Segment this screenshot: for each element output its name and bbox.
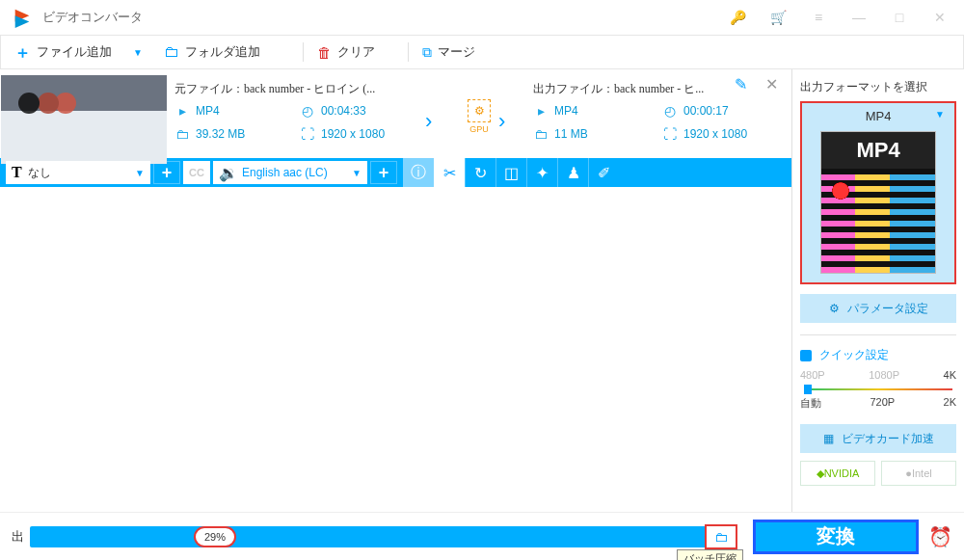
add-folder-button[interactable]: 🗀フォルダ追加 xyxy=(150,36,274,68)
param-label: パラメータ設定 xyxy=(847,301,928,317)
merge-button[interactable]: ⧉マージ xyxy=(409,36,489,68)
source-duration: 00:04:33 xyxy=(321,104,366,118)
convert-button[interactable]: 変換 xyxy=(753,520,919,554)
output-filename: back number - ヒ... xyxy=(614,82,704,95)
trash-icon: 🗑 xyxy=(317,44,332,61)
size-icon: 🗀 xyxy=(533,126,549,142)
crop-button[interactable]: ◫ xyxy=(495,158,526,187)
chevron-down-icon: ▼ xyxy=(135,168,145,178)
key-icon[interactable]: 🔑 xyxy=(721,4,754,31)
sliders-icon: ⚙ xyxy=(829,302,840,315)
batch-compress-tooltip: バッチ圧縮 xyxy=(677,549,743,561)
audio-track-value: English aac (LC) xyxy=(242,166,328,179)
res-4k[interactable]: 4K xyxy=(944,369,956,381)
convert-label: 変換 xyxy=(817,523,855,549)
rotate-button[interactable]: ↻ xyxy=(465,158,495,187)
file-row[interactable]: 元ファイル：back number - ヒロイン (... ▸MP4 ◴00:0… xyxy=(0,69,791,158)
res-2k[interactable]: 2K xyxy=(944,396,956,411)
text-icon: T xyxy=(12,164,22,181)
format-name: MP4 xyxy=(866,109,892,123)
res-auto[interactable]: 自動 xyxy=(800,396,821,411)
minimize-button[interactable]: — xyxy=(843,4,875,31)
info-button[interactable]: ⓘ xyxy=(403,158,434,187)
progress-area: 29% 🗀 バッチ圧縮 xyxy=(30,526,737,547)
item-action-bar: Tなし▼ + CC 🔉English aac (LC)▼ + ⓘ ✂ ↻ ◫ ✦… xyxy=(0,158,791,187)
gpu-indicator: GPU xyxy=(460,75,498,158)
menu-icon[interactable]: ≡ xyxy=(802,4,835,31)
format-icon: ▸ xyxy=(174,103,190,119)
maximize-button[interactable]: □ xyxy=(883,4,916,31)
progress-bar[interactable]: 29% 🗀 バッチ圧縮 xyxy=(30,526,737,547)
schedule-icon[interactable]: ⏰ xyxy=(928,525,952,548)
watermark-button[interactable]: ♟ xyxy=(557,158,588,187)
plus-icon: ＋ xyxy=(14,41,31,64)
add-file-label: ファイル追加 xyxy=(37,43,112,61)
effects-button[interactable]: ✦ xyxy=(526,158,557,187)
merge-icon: ⧉ xyxy=(422,44,432,61)
output-format: MP4 xyxy=(554,104,578,118)
subtitle-text-dropdown[interactable]: Tなし▼ xyxy=(6,161,150,184)
output-format-header: 出力フォーマットを選択 xyxy=(800,79,956,95)
quick-settings-label: クイック設定 xyxy=(800,347,956,363)
subtitle-text-value: なし xyxy=(28,165,51,181)
arrow-divider: › xyxy=(425,75,460,158)
output-resolution: 1920 x 1080 xyxy=(683,127,747,141)
res-1080p[interactable]: 1080P xyxy=(869,369,899,381)
app-title: ビデオコンバータ xyxy=(42,9,721,26)
resolution-icon: ⛶ xyxy=(300,126,315,142)
nvidia-label: NVIDIA xyxy=(824,467,860,479)
gpu-accel-button[interactable]: ▦ビデオカード加速 xyxy=(800,424,956,453)
video-thumbnail[interactable] xyxy=(1,75,167,164)
cc-label: CC xyxy=(189,167,204,178)
size-icon: 🗀 xyxy=(174,126,190,142)
output-format-panel: 出力フォーマットを選択 MP4▼ MP4 ⚙パラメータ設定 クイック設定 480… xyxy=(792,69,964,512)
add-file-dropdown[interactable]: ▼ xyxy=(125,47,150,58)
open-output-folder-button[interactable]: 🗀 xyxy=(705,524,737,549)
merge-label: マージ xyxy=(438,43,475,61)
output-duration: 00:00:17 xyxy=(683,104,729,118)
clock-icon: ◴ xyxy=(662,103,678,119)
bottom-bar: 出 29% 🗀 バッチ圧縮 変換 ⏰ xyxy=(0,512,964,560)
parameter-settings-button[interactable]: ⚙パラメータ設定 xyxy=(800,294,956,323)
format-selector[interactable]: MP4▼ MP4 xyxy=(800,101,956,284)
format-preview-image: MP4 xyxy=(820,131,936,274)
close-window-button[interactable]: ✕ xyxy=(924,4,956,31)
folder-plus-icon: 🗀 xyxy=(164,43,179,61)
remove-file-icon[interactable]: ✕ xyxy=(765,75,778,93)
chevron-down-icon: ▼ xyxy=(352,168,362,178)
format-icon: ▸ xyxy=(533,103,549,119)
output-path-label: 出 xyxy=(12,528,24,546)
intel-badge[interactable]: ● Intel xyxy=(881,461,956,486)
nvidia-badge[interactable]: ◆ NVIDIA xyxy=(800,461,875,486)
progress-percent-badge: 29% xyxy=(194,526,236,547)
add-audio-button[interactable]: + xyxy=(370,161,397,184)
clock-icon: ◴ xyxy=(300,103,315,119)
clear-button[interactable]: 🗑クリア xyxy=(304,36,388,68)
slider-handle[interactable] xyxy=(804,385,812,394)
cart-icon[interactable]: 🛒 xyxy=(762,4,794,31)
add-file-button[interactable]: ＋ファイル追加 xyxy=(1,36,125,68)
add-subtitle-button[interactable]: + xyxy=(153,161,180,184)
chevron-down-icon: ▼ xyxy=(935,109,945,120)
clear-label: クリア xyxy=(337,43,375,61)
subtitle-edit-button[interactable]: ✐ xyxy=(588,158,619,187)
res-480p[interactable]: 480P xyxy=(800,369,825,381)
source-format: MP4 xyxy=(196,104,220,118)
source-filename: back number - ヒロイン (... xyxy=(244,82,375,95)
cc-button[interactable]: CC xyxy=(183,161,210,184)
titlebar: ビデオコンバータ 🔑 🛒 ≡ — □ ✕ xyxy=(0,0,964,35)
source-file-column: 元ファイル：back number - ヒロイン (... ▸MP4 ◴00:0… xyxy=(174,75,425,158)
add-folder-label: フォルダ追加 xyxy=(185,43,260,61)
trim-button[interactable]: ✂ xyxy=(434,158,465,187)
audio-track-dropdown[interactable]: 🔉English aac (LC)▼ xyxy=(213,161,367,184)
intel-label: Intel xyxy=(912,467,932,479)
file-list-panel: 元ファイル：back number - ヒロイン (... ▸MP4 ◴00:0… xyxy=(0,69,792,512)
source-size: 39.32 MB xyxy=(196,127,245,141)
res-720p[interactable]: 720P xyxy=(870,396,895,411)
edit-output-icon[interactable]: ✎ xyxy=(735,75,747,93)
quality-slider[interactable] xyxy=(804,388,952,390)
chip-icon: ▦ xyxy=(823,432,834,445)
quick-label-text: クイック設定 xyxy=(819,347,889,363)
format-badge: MP4 xyxy=(821,132,935,169)
resolution-icon: ⛶ xyxy=(662,126,678,142)
